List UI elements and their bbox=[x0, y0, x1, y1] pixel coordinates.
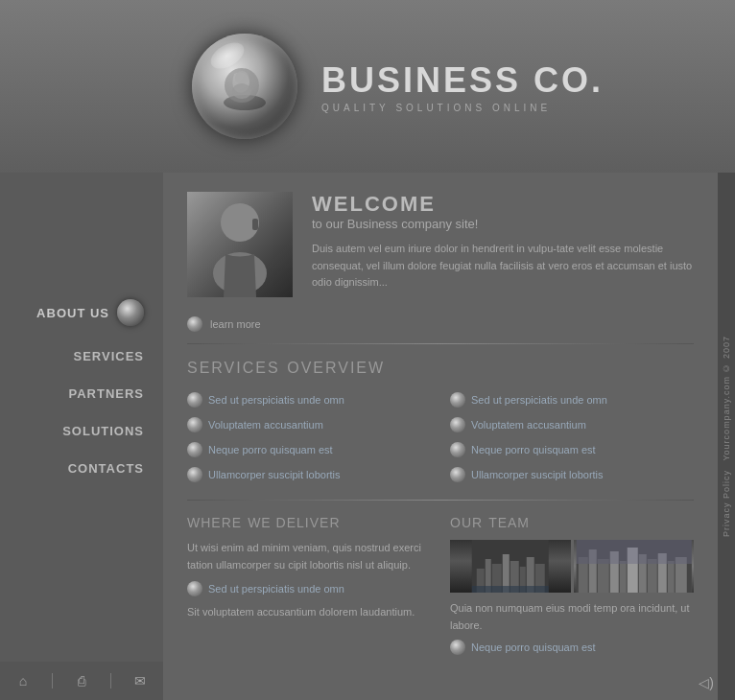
where-body2: Sit voluptatem accusantium dolorem lauda… bbox=[187, 604, 431, 621]
divider2 bbox=[110, 673, 111, 688]
privacy-link[interactable]: Privacy Policy bbox=[722, 470, 731, 537]
learn-more-link[interactable]: learn more bbox=[210, 318, 261, 330]
city-images bbox=[450, 540, 694, 593]
services-title: SERVICES overview bbox=[187, 356, 694, 378]
bullet-icon bbox=[450, 640, 465, 655]
our-title-sub: team bbox=[488, 515, 530, 530]
our-body: Quia non numquam eius modi temp ora inci… bbox=[450, 600, 694, 634]
volume-icon[interactable]: ◁) bbox=[699, 675, 714, 690]
bullet-icon bbox=[187, 392, 202, 408]
bullet-icon bbox=[187, 316, 202, 332]
welcome-photo bbox=[187, 192, 293, 297]
where-title-sub: we deliver bbox=[248, 515, 340, 530]
nav-ball-icon bbox=[117, 299, 144, 326]
sidebar-item-contacts-label: CONTACTS bbox=[68, 461, 144, 476]
list-item: Voluptatem accusantium bbox=[450, 414, 694, 435]
list-item: Sed ut perspiciatis unde omn bbox=[450, 389, 694, 410]
svg-rect-7 bbox=[252, 219, 258, 230]
bottom-sections: WHERE we deliver Ut wisi enim ad minim v… bbox=[187, 512, 694, 655]
sidebar-item-about-label: ABOUT US bbox=[36, 306, 109, 320]
photo-placeholder bbox=[187, 192, 293, 297]
svg-rect-25 bbox=[619, 561, 626, 593]
bullet-icon bbox=[450, 417, 465, 432]
welcome-text: WELCOME to our Business company site! Du… bbox=[312, 192, 694, 297]
learn-more-row2: Sed ut perspiciatis unde omn bbox=[187, 581, 431, 596]
sidebar: ABOUT US SERVICES PARTNERS SOLUTIONS CON… bbox=[0, 173, 163, 700]
where-body: Ut wisi enim ad minim veniam, quis nostr… bbox=[187, 540, 431, 573]
bullet-icon bbox=[450, 467, 465, 482]
svg-rect-30 bbox=[667, 561, 674, 593]
service-link[interactable]: Neque porro quisquam est bbox=[471, 444, 596, 455]
bottom-toolbar: ⌂ ⎙ ✉ bbox=[0, 662, 163, 700]
divider-services-bottom bbox=[187, 500, 694, 501]
list-item: Neque porro quisquam est bbox=[450, 439, 694, 460]
bullet-icon bbox=[187, 442, 202, 457]
list-item: Voluptatem accusantium bbox=[187, 414, 431, 435]
right-bar: Yourcompany.com © 2007 Privacy Policy bbox=[718, 173, 735, 700]
list-item: Sed ut perspiciatis unde omn bbox=[187, 389, 431, 410]
content-area: WELCOME to our Business company site! Du… bbox=[163, 173, 718, 700]
bullet-icon bbox=[187, 417, 202, 432]
services-section: SERVICES overview Sed ut perspiciatis un… bbox=[187, 356, 694, 485]
welcome-section: WELCOME to our Business company site! Du… bbox=[187, 192, 694, 297]
services-title-sub: overview bbox=[287, 360, 385, 376]
service-link[interactable]: Neque porro quisquam est bbox=[208, 444, 333, 455]
service-link[interactable]: Voluptatem accusantium bbox=[208, 419, 323, 431]
svg-point-2 bbox=[235, 71, 249, 84]
service-link[interactable]: Ullamcorper suscipit lobortis bbox=[208, 469, 341, 480]
logo-subtitle: QUALITY SOLUTIONS ONLINE bbox=[321, 103, 604, 113]
svg-rect-23 bbox=[597, 559, 608, 593]
where-title: WHERE we deliver bbox=[187, 512, 431, 532]
service-link[interactable]: Sed ut perspiciatis unde omn bbox=[471, 394, 607, 406]
welcome-subheading: to our Business company site! bbox=[312, 217, 694, 231]
sidebar-item-contacts[interactable]: CONTACTS bbox=[0, 450, 163, 487]
city-image-1 bbox=[450, 540, 571, 593]
our-title: OUR team bbox=[450, 512, 694, 532]
home-icon[interactable]: ⌂ bbox=[13, 671, 33, 690]
svg-rect-28 bbox=[647, 559, 656, 593]
header: BUSINESS CO. QUALITY SOLUTIONS ONLINE bbox=[0, 0, 735, 173]
divider-welcome-services bbox=[187, 343, 694, 344]
list-item: Ullamcorper suscipit lobortis bbox=[450, 464, 694, 485]
sidebar-item-services[interactable]: SERVICES bbox=[0, 338, 163, 375]
sidebar-item-partners[interactable]: PARTNERS bbox=[0, 375, 163, 412]
list-item: Ullamcorper suscipit lobortis bbox=[187, 464, 431, 485]
service-link[interactable]: Voluptatem accusantium bbox=[471, 419, 586, 431]
welcome-heading: WELCOME bbox=[312, 192, 694, 217]
logo-sphere bbox=[192, 34, 297, 139]
print-icon[interactable]: ⎙ bbox=[72, 671, 91, 690]
mail-icon[interactable]: ✉ bbox=[130, 671, 150, 690]
bullet-icon bbox=[187, 467, 202, 482]
sidebar-item-services-label: SERVICES bbox=[73, 349, 144, 363]
svg-rect-32 bbox=[576, 540, 691, 564]
our-section: OUR team bbox=[450, 512, 694, 655]
sidebar-item-partners-label: PARTNERS bbox=[68, 386, 144, 401]
logo-text: BUSINESS CO. QUALITY SOLUTIONS ONLINE bbox=[321, 60, 604, 113]
sidebar-item-solutions-label: SOLUTIONS bbox=[62, 424, 144, 438]
svg-rect-18 bbox=[472, 586, 549, 593]
sidebar-item-about[interactable]: ABOUT US bbox=[0, 288, 163, 338]
service-link[interactable]: Ullamcorper suscipit lobortis bbox=[471, 469, 604, 480]
bullet-icon bbox=[450, 442, 465, 457]
learn-more-row: learn more bbox=[187, 316, 694, 332]
logo-title: BUSINESS CO. bbox=[321, 60, 604, 101]
where-section: WHERE we deliver Ut wisi enim ad minim v… bbox=[187, 512, 431, 655]
welcome-body: Duis autem vel eum iriure dolor in hendr… bbox=[312, 241, 694, 292]
sidebar-item-solutions[interactable]: SOLUTIONS bbox=[0, 412, 163, 450]
company-text: Yourcompany.com © 2007 bbox=[722, 336, 731, 461]
svg-point-3 bbox=[232, 83, 251, 99]
city-image-2 bbox=[574, 540, 695, 593]
service-link[interactable]: Sed ut perspiciatis unde omn bbox=[208, 394, 344, 406]
services-grid: Sed ut perspiciatis unde omn Sed ut pers… bbox=[187, 389, 694, 485]
divider bbox=[52, 673, 53, 688]
main-layout: ABOUT US SERVICES PARTNERS SOLUTIONS CON… bbox=[0, 173, 735, 700]
list-item: Neque porro quisquam est bbox=[187, 439, 431, 460]
where-link[interactable]: Sed ut perspiciatis unde omn bbox=[208, 583, 344, 595]
bullet-icon bbox=[187, 581, 202, 596]
our-link[interactable]: Neque porro quisquam est bbox=[471, 642, 596, 653]
bullet-icon bbox=[450, 392, 465, 408]
